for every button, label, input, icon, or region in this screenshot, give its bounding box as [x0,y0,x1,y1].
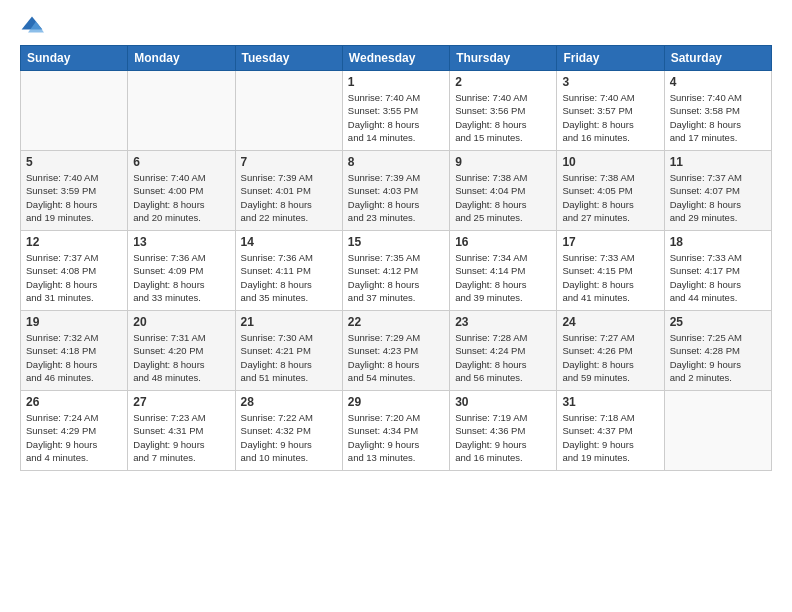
day-info: Sunrise: 7:19 AM Sunset: 4:36 PM Dayligh… [455,411,551,464]
calendar-day-cell: 19Sunrise: 7:32 AM Sunset: 4:18 PM Dayli… [21,311,128,391]
day-info: Sunrise: 7:29 AM Sunset: 4:23 PM Dayligh… [348,331,444,384]
calendar-day-cell: 6Sunrise: 7:40 AM Sunset: 4:00 PM Daylig… [128,151,235,231]
calendar-day-cell: 28Sunrise: 7:22 AM Sunset: 4:32 PM Dayli… [235,391,342,471]
day-info: Sunrise: 7:25 AM Sunset: 4:28 PM Dayligh… [670,331,766,384]
calendar-week-row: 26Sunrise: 7:24 AM Sunset: 4:29 PM Dayli… [21,391,772,471]
page-header [20,15,772,35]
calendar-empty-cell [128,71,235,151]
calendar-day-cell: 2Sunrise: 7:40 AM Sunset: 3:56 PM Daylig… [450,71,557,151]
calendar-day-cell: 16Sunrise: 7:34 AM Sunset: 4:14 PM Dayli… [450,231,557,311]
day-info: Sunrise: 7:22 AM Sunset: 4:32 PM Dayligh… [241,411,337,464]
calendar-day-cell: 8Sunrise: 7:39 AM Sunset: 4:03 PM Daylig… [342,151,449,231]
day-info: Sunrise: 7:24 AM Sunset: 4:29 PM Dayligh… [26,411,122,464]
calendar-day-cell: 17Sunrise: 7:33 AM Sunset: 4:15 PM Dayli… [557,231,664,311]
calendar-week-row: 12Sunrise: 7:37 AM Sunset: 4:08 PM Dayli… [21,231,772,311]
day-number: 22 [348,315,444,329]
calendar-week-row: 1Sunrise: 7:40 AM Sunset: 3:55 PM Daylig… [21,71,772,151]
day-info: Sunrise: 7:38 AM Sunset: 4:04 PM Dayligh… [455,171,551,224]
day-info: Sunrise: 7:32 AM Sunset: 4:18 PM Dayligh… [26,331,122,384]
weekday-header-sunday: Sunday [21,46,128,71]
calendar-table: SundayMondayTuesdayWednesdayThursdayFrid… [20,45,772,471]
day-number: 27 [133,395,229,409]
day-number: 5 [26,155,122,169]
day-info: Sunrise: 7:40 AM Sunset: 3:59 PM Dayligh… [26,171,122,224]
day-number: 15 [348,235,444,249]
day-number: 20 [133,315,229,329]
calendar-day-cell: 31Sunrise: 7:18 AM Sunset: 4:37 PM Dayli… [557,391,664,471]
day-number: 30 [455,395,551,409]
day-info: Sunrise: 7:33 AM Sunset: 4:15 PM Dayligh… [562,251,658,304]
day-info: Sunrise: 7:40 AM Sunset: 3:58 PM Dayligh… [670,91,766,144]
logo-icon [20,15,44,35]
day-number: 21 [241,315,337,329]
day-info: Sunrise: 7:30 AM Sunset: 4:21 PM Dayligh… [241,331,337,384]
calendar-day-cell: 21Sunrise: 7:30 AM Sunset: 4:21 PM Dayli… [235,311,342,391]
weekday-header-monday: Monday [128,46,235,71]
day-info: Sunrise: 7:37 AM Sunset: 4:07 PM Dayligh… [670,171,766,224]
day-info: Sunrise: 7:40 AM Sunset: 3:56 PM Dayligh… [455,91,551,144]
day-number: 24 [562,315,658,329]
day-number: 1 [348,75,444,89]
day-info: Sunrise: 7:36 AM Sunset: 4:11 PM Dayligh… [241,251,337,304]
day-number: 11 [670,155,766,169]
calendar-day-cell: 7Sunrise: 7:39 AM Sunset: 4:01 PM Daylig… [235,151,342,231]
day-info: Sunrise: 7:40 AM Sunset: 3:55 PM Dayligh… [348,91,444,144]
calendar-empty-cell [235,71,342,151]
day-number: 6 [133,155,229,169]
calendar-day-cell: 20Sunrise: 7:31 AM Sunset: 4:20 PM Dayli… [128,311,235,391]
weekday-header-tuesday: Tuesday [235,46,342,71]
calendar-empty-cell [664,391,771,471]
day-info: Sunrise: 7:27 AM Sunset: 4:26 PM Dayligh… [562,331,658,384]
calendar-day-cell: 25Sunrise: 7:25 AM Sunset: 4:28 PM Dayli… [664,311,771,391]
calendar-day-cell: 4Sunrise: 7:40 AM Sunset: 3:58 PM Daylig… [664,71,771,151]
calendar-day-cell: 18Sunrise: 7:33 AM Sunset: 4:17 PM Dayli… [664,231,771,311]
day-number: 26 [26,395,122,409]
day-info: Sunrise: 7:38 AM Sunset: 4:05 PM Dayligh… [562,171,658,224]
day-info: Sunrise: 7:28 AM Sunset: 4:24 PM Dayligh… [455,331,551,384]
calendar-day-cell: 5Sunrise: 7:40 AM Sunset: 3:59 PM Daylig… [21,151,128,231]
day-number: 28 [241,395,337,409]
day-info: Sunrise: 7:23 AM Sunset: 4:31 PM Dayligh… [133,411,229,464]
calendar-day-cell: 24Sunrise: 7:27 AM Sunset: 4:26 PM Dayli… [557,311,664,391]
day-info: Sunrise: 7:34 AM Sunset: 4:14 PM Dayligh… [455,251,551,304]
calendar-day-cell: 29Sunrise: 7:20 AM Sunset: 4:34 PM Dayli… [342,391,449,471]
day-number: 3 [562,75,658,89]
day-number: 23 [455,315,551,329]
day-info: Sunrise: 7:39 AM Sunset: 4:01 PM Dayligh… [241,171,337,224]
calendar-header-row: SundayMondayTuesdayWednesdayThursdayFrid… [21,46,772,71]
day-info: Sunrise: 7:31 AM Sunset: 4:20 PM Dayligh… [133,331,229,384]
calendar-day-cell: 15Sunrise: 7:35 AM Sunset: 4:12 PM Dayli… [342,231,449,311]
calendar-empty-cell [21,71,128,151]
day-info: Sunrise: 7:36 AM Sunset: 4:09 PM Dayligh… [133,251,229,304]
day-info: Sunrise: 7:40 AM Sunset: 4:00 PM Dayligh… [133,171,229,224]
day-number: 12 [26,235,122,249]
calendar-day-cell: 9Sunrise: 7:38 AM Sunset: 4:04 PM Daylig… [450,151,557,231]
calendar-day-cell: 11Sunrise: 7:37 AM Sunset: 4:07 PM Dayli… [664,151,771,231]
calendar-day-cell: 30Sunrise: 7:19 AM Sunset: 4:36 PM Dayli… [450,391,557,471]
logo [20,15,48,35]
day-number: 17 [562,235,658,249]
day-number: 9 [455,155,551,169]
day-number: 8 [348,155,444,169]
calendar-day-cell: 12Sunrise: 7:37 AM Sunset: 4:08 PM Dayli… [21,231,128,311]
day-number: 18 [670,235,766,249]
calendar-day-cell: 27Sunrise: 7:23 AM Sunset: 4:31 PM Dayli… [128,391,235,471]
day-info: Sunrise: 7:35 AM Sunset: 4:12 PM Dayligh… [348,251,444,304]
day-number: 16 [455,235,551,249]
calendar-day-cell: 1Sunrise: 7:40 AM Sunset: 3:55 PM Daylig… [342,71,449,151]
calendar-day-cell: 10Sunrise: 7:38 AM Sunset: 4:05 PM Dayli… [557,151,664,231]
calendar-day-cell: 22Sunrise: 7:29 AM Sunset: 4:23 PM Dayli… [342,311,449,391]
calendar-week-row: 19Sunrise: 7:32 AM Sunset: 4:18 PM Dayli… [21,311,772,391]
weekday-header-saturday: Saturday [664,46,771,71]
calendar-day-cell: 3Sunrise: 7:40 AM Sunset: 3:57 PM Daylig… [557,71,664,151]
day-info: Sunrise: 7:18 AM Sunset: 4:37 PM Dayligh… [562,411,658,464]
day-number: 29 [348,395,444,409]
day-number: 7 [241,155,337,169]
day-info: Sunrise: 7:20 AM Sunset: 4:34 PM Dayligh… [348,411,444,464]
weekday-header-thursday: Thursday [450,46,557,71]
day-info: Sunrise: 7:39 AM Sunset: 4:03 PM Dayligh… [348,171,444,224]
calendar-week-row: 5Sunrise: 7:40 AM Sunset: 3:59 PM Daylig… [21,151,772,231]
day-number: 2 [455,75,551,89]
calendar-day-cell: 26Sunrise: 7:24 AM Sunset: 4:29 PM Dayli… [21,391,128,471]
day-number: 4 [670,75,766,89]
